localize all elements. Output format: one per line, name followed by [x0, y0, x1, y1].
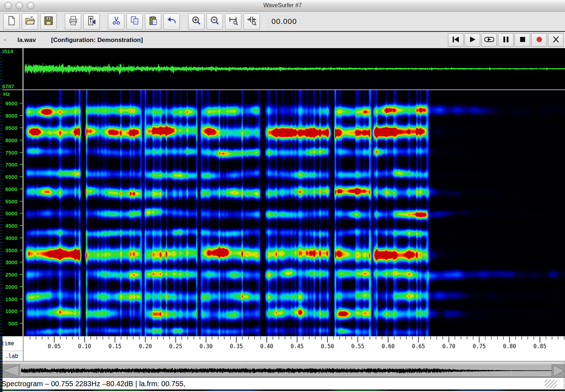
window-right-edge	[564, 362, 564, 392]
freq-tick-mark	[20, 127, 23, 128]
freq-tick-label: 8500	[5, 125, 17, 131]
time-axis-canvas[interactable]	[24, 336, 565, 351]
wavesurfer-window: WaveSurfer #7	[0, 0, 565, 392]
cut-button[interactable]	[108, 13, 124, 30]
freq-tick-label: 3000	[5, 259, 17, 265]
zoom-selection-button[interactable]	[225, 13, 241, 30]
zoom-out-icon	[209, 15, 220, 28]
scrollbar-thumb[interactable]	[21, 364, 552, 377]
copy-pages-icon	[129, 15, 140, 28]
skip-to-start-icon	[451, 35, 461, 45]
freq-tick-label: 9000	[5, 113, 17, 119]
freq-tick-mark	[20, 176, 23, 177]
close-pane-button[interactable]	[548, 33, 564, 47]
freq-tick-label: 4000	[5, 235, 17, 241]
overview-waveform-canvas	[21, 365, 552, 376]
properties-button[interactable]	[83, 13, 100, 30]
freq-tick-label: 9500	[5, 100, 17, 106]
time-axis-row: time	[0, 336, 565, 351]
time-axis-label: time	[1, 340, 14, 347]
zoom-out-button[interactable]	[207, 13, 223, 30]
play-button[interactable]	[465, 33, 480, 47]
clipboard-paste-icon	[148, 15, 159, 28]
freq-tick-mark	[20, 103, 23, 104]
record-button[interactable]	[531, 33, 547, 47]
skip-to-start-button[interactable]	[448, 33, 464, 47]
background-window-strip	[0, 389, 565, 391]
freq-tick-mark	[20, 262, 23, 262]
stop-button[interactable]	[515, 33, 530, 47]
toolbar-separator	[264, 13, 264, 29]
stop-icon	[518, 35, 527, 45]
freq-tick-mark	[20, 189, 23, 189]
scroll-right-arrow[interactable]	[552, 364, 565, 377]
undo-button[interactable]	[163, 13, 180, 30]
waveform-canvas[interactable]	[25, 48, 565, 89]
freq-tick-label: 2500	[5, 271, 17, 278]
freq-tick-mark	[20, 225, 23, 226]
play-icon	[468, 35, 477, 45]
status-bar: Spectrogram – 00.755 2283Hz –80.42dB | l…	[0, 378, 565, 389]
print-button[interactable]	[65, 13, 81, 30]
freq-tick-mark	[20, 250, 23, 250]
loop-play-icon	[484, 35, 495, 45]
new-button[interactable]	[3, 13, 20, 30]
spectrogram-canvas[interactable]	[25, 90, 565, 336]
lab-track-label-cell: .lab	[0, 351, 24, 361]
freq-tick-label: 500	[8, 320, 17, 326]
save-floppy-icon	[43, 15, 54, 28]
freq-tick-label: 7000	[5, 161, 17, 168]
freq-tick-label: 5500	[5, 198, 17, 204]
toolbar-separator	[61, 13, 61, 29]
pane-header-bar: - la.wav [Configuration: Demonstration]	[0, 32, 565, 48]
freq-tick-mark	[20, 115, 23, 116]
copy-button[interactable]	[126, 13, 143, 30]
time-axis-label-cell: time	[0, 336, 24, 351]
freq-tick-label: 5000	[5, 210, 17, 216]
freq-tick-mark	[20, 237, 23, 238]
horizontal-scrollbar[interactable]	[0, 364, 565, 378]
spectrogram-panel: Hz 9500900085008000750070006500600055005…	[0, 90, 565, 336]
freq-tick-mark	[20, 286, 23, 287]
freq-tick-mark	[20, 274, 23, 275]
freq-tick-mark	[20, 213, 23, 214]
status-text: Spectrogram – 00.755 2283Hz –80.42dB | l…	[1, 380, 186, 388]
printer-icon	[68, 15, 79, 28]
scroll-left-arrow[interactable]	[0, 364, 20, 377]
zoom-selection-icon	[228, 15, 239, 28]
filename-label: la.wav	[17, 37, 36, 44]
toolbar-separator	[104, 13, 104, 29]
toolbar-separator	[184, 13, 184, 29]
zoom-all-button[interactable]	[244, 13, 260, 30]
waveform-amplitude-axis: 6514 -6787	[0, 48, 24, 89]
freq-tick-label: 6500	[5, 174, 17, 180]
title-bar[interactable]: WaveSurfer #7	[0, 0, 565, 12]
scrollbar-gap	[0, 362, 565, 364]
freq-tick-label: 7500	[5, 149, 17, 155]
open-folder-icon	[25, 15, 36, 28]
freq-tick-label: 6000	[5, 186, 17, 192]
freq-tick-label: 1500	[5, 296, 17, 302]
transport-controls	[448, 33, 564, 47]
close-icon	[551, 35, 561, 45]
pause-button[interactable]	[498, 33, 514, 47]
freq-tick-mark	[20, 311, 23, 311]
freq-tick-label: 3500	[5, 247, 17, 253]
freq-tick-mark	[20, 299, 23, 299]
zoom-all-icon	[246, 15, 257, 28]
freq-tick-label: 8000	[5, 137, 17, 143]
paste-button[interactable]	[145, 13, 161, 30]
save-button[interactable]	[40, 13, 57, 30]
pane-collapse-button[interactable]: -	[4, 36, 13, 44]
freq-tick-label: 2000	[5, 283, 17, 290]
zoom-in-icon	[191, 15, 202, 28]
resize-grip[interactable]	[545, 380, 557, 388]
label-track-row: .lab	[0, 351, 565, 362]
undo-arrow-icon	[166, 15, 177, 28]
open-button[interactable]	[22, 13, 38, 30]
frequency-unit-label: Hz	[3, 91, 10, 97]
frequency-axis: Hz 9500900085008000750070006500600055005…	[0, 90, 24, 336]
loop-play-button[interactable]	[481, 33, 497, 47]
zoom-in-button[interactable]	[188, 13, 204, 30]
freq-tick-mark	[20, 152, 23, 153]
